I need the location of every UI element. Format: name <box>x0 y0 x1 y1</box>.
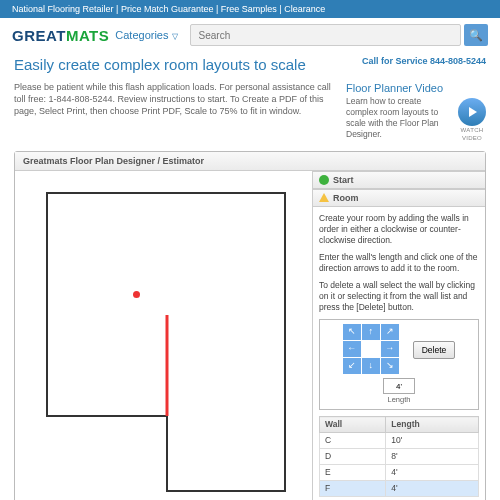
col-wall: Wall <box>320 417 386 433</box>
drawing-canvas[interactable] <box>15 171 313 500</box>
page-title: Easily create complex room layouts to sc… <box>14 56 306 73</box>
watch-video-label: WATCH VIDEO <box>458 127 486 143</box>
room-panel-body: Create your room by adding the walls in … <box>313 207 485 500</box>
wall-endpoint-marker[interactable] <box>133 291 140 298</box>
video-desc: Learn how to create complex room layouts… <box>346 96 450 143</box>
table-row[interactable]: C10' <box>320 433 479 449</box>
chevron-down-icon: ▽ <box>172 32 178 41</box>
call-for-service: Call for Service 844-808-5244 <box>362 56 486 73</box>
table-row[interactable]: D8' <box>320 449 479 465</box>
logo[interactable]: GREATMATS <box>12 27 109 44</box>
table-row[interactable]: F4' <box>320 481 479 497</box>
col-length: Length <box>386 417 479 433</box>
video-title: Floor Planner Video <box>346 81 486 95</box>
length-label: Length <box>383 395 415 405</box>
arrow-se-icon[interactable]: ↘ <box>381 358 399 374</box>
wall-table: WallLength C10' D8' E4' F4' <box>319 416 479 497</box>
arrow-w-icon[interactable]: ← <box>343 341 361 357</box>
help-text-1: Create your room by adding the walls in … <box>319 213 479 246</box>
top-promo-bar: National Flooring Retailer | Price Match… <box>0 0 500 18</box>
help-text-3: To delete a wall select the wall by clic… <box>319 280 479 313</box>
check-icon <box>319 175 329 185</box>
side-panel: Start Room Create your room by adding th… <box>313 171 485 500</box>
arrow-n-icon[interactable]: ↑ <box>362 324 380 340</box>
length-input[interactable] <box>383 378 415 394</box>
room-outline <box>45 191 295 500</box>
search-button[interactable]: 🔍 <box>464 24 488 46</box>
table-row[interactable]: E4' <box>320 465 479 481</box>
section-start[interactable]: Start <box>313 171 485 189</box>
play-video-button[interactable] <box>458 98 486 126</box>
app-title: Greatmats Floor Plan Designer / Estimato… <box>15 152 485 171</box>
warning-icon <box>319 193 329 202</box>
delete-button[interactable]: Delete <box>413 341 456 359</box>
header: GREATMATS Categories ▽ 🔍 <box>0 18 500 52</box>
arrow-s-icon[interactable]: ↓ <box>362 358 380 374</box>
help-text-2: Enter the wall's length and click one of… <box>319 252 479 274</box>
arrow-e-icon[interactable]: → <box>381 341 399 357</box>
floor-planner-app: Greatmats Floor Plan Designer / Estimato… <box>14 151 486 500</box>
categories-menu[interactable]: Categories ▽ <box>115 29 177 41</box>
direction-control: ↖ ↑ ↗ ← → ↙ ↓ ↘ Delete <box>319 319 479 410</box>
search-icon: 🔍 <box>469 29 483 41</box>
arrow-nw-icon[interactable]: ↖ <box>343 324 361 340</box>
search-input[interactable] <box>190 24 461 46</box>
section-room[interactable]: Room <box>313 189 485 207</box>
arrow-ne-icon[interactable]: ↗ <box>381 324 399 340</box>
instructions-text: Please be patient while this flash appli… <box>14 81 332 143</box>
arrow-sw-icon[interactable]: ↙ <box>343 358 361 374</box>
